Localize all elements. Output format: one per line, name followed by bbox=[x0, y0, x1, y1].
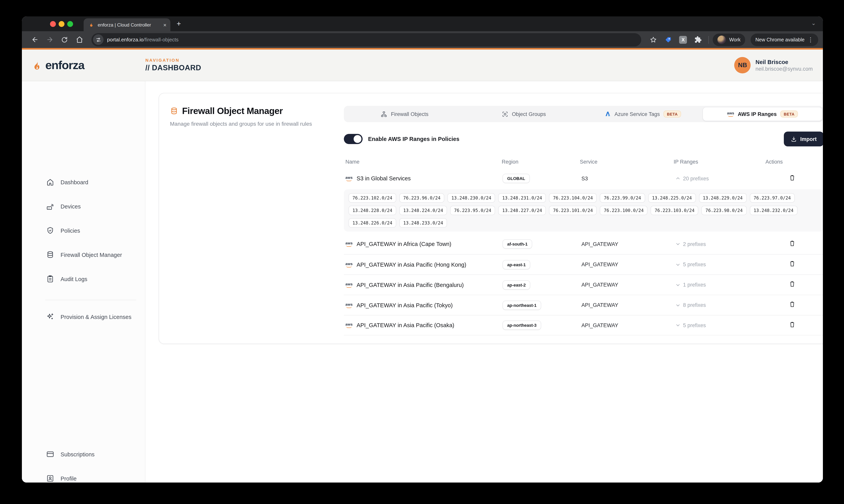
close-window-button[interactable] bbox=[50, 21, 56, 27]
download-icon bbox=[791, 136, 797, 142]
delete-button[interactable] bbox=[789, 301, 795, 308]
address-bar[interactable]: portal.enforza.io/firewall-objects bbox=[91, 33, 641, 46]
new-tab-button[interactable]: + bbox=[177, 19, 181, 28]
ip-prefix-chip: 13.248.226.0/24 bbox=[348, 218, 396, 228]
tag-extension-icon[interactable] bbox=[662, 33, 675, 46]
site-header: enforza NAVIGATION // DASHBOARD NB Neil … bbox=[22, 50, 823, 81]
tab-label: Azure Service Tags bbox=[615, 111, 660, 117]
ip-prefix-chip: 13.248.225.0/24 bbox=[648, 193, 696, 203]
delete-button[interactable] bbox=[789, 240, 795, 247]
forward-button[interactable] bbox=[43, 33, 56, 46]
x-extension-icon[interactable]: X bbox=[676, 33, 690, 46]
object-name: S3 in Global Services bbox=[357, 175, 411, 182]
column-header-name: Name bbox=[344, 159, 500, 165]
sidebar-item-audit-logs[interactable]: Audit Logs bbox=[46, 275, 87, 283]
tab-label: AWS IP Ranges bbox=[738, 111, 777, 117]
profile-chip[interactable]: Work bbox=[713, 33, 745, 46]
webpage: enforza NAVIGATION // DASHBOARD NB Neil … bbox=[22, 48, 823, 483]
ip-prefix-chip: 13.248.230.0/24 bbox=[448, 193, 495, 203]
delete-button[interactable] bbox=[789, 174, 795, 181]
reload-button[interactable] bbox=[58, 33, 71, 46]
site-settings-icon[interactable] bbox=[93, 34, 104, 45]
column-header-actions: Actions bbox=[764, 159, 823, 165]
sidebar-item-firewall-object-manager[interactable]: Firewall Object Manager bbox=[46, 251, 122, 259]
url-host: portal.enforza.io bbox=[107, 37, 143, 42]
browser-window: enforza | Cloud Controller × + ⌄ bbox=[22, 16, 823, 483]
object-name: API_GATEWAY in Asia Pacific (Bengaluru) bbox=[357, 282, 464, 288]
brand-logo[interactable]: enforza bbox=[31, 58, 145, 72]
aws-icon: aws bbox=[345, 322, 352, 328]
sidebar-item-dashboard[interactable]: Dashboard bbox=[46, 178, 88, 186]
chrome-update-button[interactable]: New Chrome available ⋮ bbox=[751, 33, 818, 46]
minimize-window-button[interactable] bbox=[58, 21, 65, 27]
user-menu[interactable]: NB Neil Briscoe neil.briscoe@synvu.com bbox=[735, 57, 813, 73]
service-name: API_GATEWAY bbox=[578, 282, 672, 288]
browser-tab[interactable]: enforza | Cloud Controller × bbox=[84, 18, 170, 31]
tab-label: Firewall Objects bbox=[391, 111, 428, 117]
ip-prefix-chip: 76.223.99.0/24 bbox=[600, 193, 645, 203]
shield-check-icon bbox=[46, 227, 54, 235]
tab-strip: enforza | Cloud Controller × + ⌄ bbox=[22, 16, 823, 31]
tab-search-chevron-icon[interactable]: ⌄ bbox=[811, 20, 816, 26]
nav-current: // DASHBOARD bbox=[145, 63, 201, 73]
prefixes-expander[interactable]: 5 prefixes bbox=[672, 262, 764, 267]
tab-close-icon[interactable]: × bbox=[163, 22, 167, 28]
aws-ip-ranges-table: Name Region Service IP Ranges Actions bbox=[344, 155, 823, 335]
sidebar-item-subscriptions[interactable]: Subscriptions bbox=[46, 450, 94, 458]
region-badge: ap-northeast-1 bbox=[502, 301, 541, 310]
brand-accent-bar bbox=[22, 48, 823, 50]
sidebar-item-profile[interactable]: Profile bbox=[46, 474, 76, 483]
ip-prefix-chip: 76.223.95.0/24 bbox=[450, 206, 495, 215]
tab-azure-service-tags[interactable]: Azure Service Tags BETA bbox=[583, 107, 703, 121]
trash-icon bbox=[789, 301, 795, 308]
extensions-puzzle-icon[interactable] bbox=[691, 33, 705, 46]
sidebar-item-devices[interactable]: Devices bbox=[46, 202, 81, 211]
chevron-down-icon bbox=[676, 323, 680, 327]
tab-label: Object Groups bbox=[512, 111, 546, 117]
region-badge: ap-northeast-3 bbox=[502, 321, 541, 330]
tab-object-groups[interactable]: Object Groups bbox=[464, 107, 583, 121]
tab-firewall-objects[interactable]: Firewall Objects bbox=[345, 107, 464, 121]
region-badge: GLOBAL bbox=[502, 174, 530, 183]
toolbar-separator bbox=[709, 36, 709, 43]
prefixes-expander[interactable]: 8 prefixes bbox=[672, 302, 764, 308]
user-name: Neil Briscoe bbox=[756, 59, 813, 65]
trash-icon bbox=[789, 281, 795, 287]
delete-button[interactable] bbox=[789, 260, 795, 267]
zoom-window-button[interactable] bbox=[67, 21, 73, 27]
flame-favicon bbox=[88, 22, 94, 28]
sidebar-divider bbox=[45, 300, 136, 300]
bookmark-star-icon[interactable] bbox=[647, 33, 660, 46]
prefixes-expander[interactable]: 1 prefixes bbox=[672, 282, 764, 288]
ip-prefix-chip: 76.223.103.0/24 bbox=[651, 206, 699, 215]
main-content: Firewall Object Manager Manage firewall … bbox=[145, 81, 823, 483]
ip-prefix-chip: 13.248.227.0/24 bbox=[498, 206, 546, 215]
toggle-label: Enable AWS IP Ranges in Policies bbox=[368, 136, 459, 142]
trash-icon bbox=[789, 240, 795, 247]
prefixes-expander[interactable]: 5 prefixes bbox=[672, 322, 764, 328]
screenshot-stage: enforza | Cloud Controller × + ⌄ bbox=[0, 0, 844, 504]
enable-aws-ip-ranges-toggle[interactable] bbox=[344, 134, 363, 144]
sidebar-item-label: Provision & Assign Licenses bbox=[61, 314, 132, 320]
prefixes-expander[interactable]: 2 prefixes bbox=[672, 241, 764, 247]
sidebar-item-provision-licenses[interactable]: Provision & Assign Licenses bbox=[46, 313, 132, 321]
tab-aws-ip-ranges[interactable]: aws AWS IP Ranges BETA bbox=[703, 107, 823, 121]
ip-prefix-chip: 76.223.96.0/24 bbox=[399, 193, 444, 203]
ip-prefix-chip: 76.223.97.0/24 bbox=[750, 193, 795, 203]
region-badge: af-south-1 bbox=[502, 239, 532, 249]
browser-menu-icon[interactable]: ⋮ bbox=[808, 36, 813, 43]
table-row: aws S3 in Global Services GLOBAL S3 20 p… bbox=[344, 168, 823, 188]
import-button[interactable]: Import bbox=[784, 131, 823, 146]
delete-button[interactable] bbox=[789, 281, 795, 287]
chevron-down-icon bbox=[676, 283, 680, 287]
ip-prefix-chip: 76.223.104.0/24 bbox=[549, 193, 597, 203]
sidebar-item-policies[interactable]: Policies bbox=[46, 227, 80, 235]
home-button[interactable] bbox=[73, 33, 86, 46]
prefixes-expander[interactable]: 20 prefixes bbox=[672, 176, 764, 181]
trash-icon bbox=[789, 260, 795, 267]
import-button-label: Import bbox=[800, 136, 817, 142]
aws-icon: aws bbox=[345, 176, 352, 181]
ip-prefix-chip: 13.248.229.0/24 bbox=[699, 193, 746, 203]
delete-button[interactable] bbox=[789, 321, 795, 328]
back-button[interactable] bbox=[28, 33, 41, 46]
